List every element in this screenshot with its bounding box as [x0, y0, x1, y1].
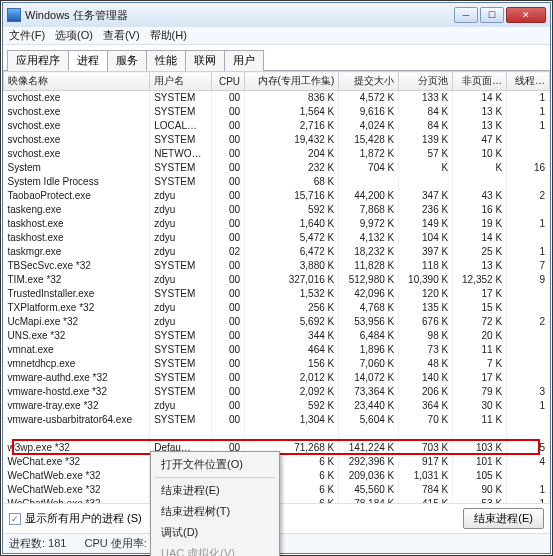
show-all-users-label: 显示所有用户的进程 (S) — [25, 511, 142, 526]
minimize-button[interactable]: ─ — [454, 7, 478, 23]
table-row[interactable]: TIM.exe *32zdyu00327,016 K512,980 K10,39… — [4, 273, 550, 287]
tab-networking[interactable]: 联网 — [185, 50, 225, 71]
table-row[interactable]: vmnat.exeSYSTEM00464 K1,896 K73 K11 K — [4, 343, 550, 357]
table-row[interactable]: svchost.exeNETWO…00204 K1,872 K57 K10 K — [4, 147, 550, 161]
column-header[interactable]: 内存(专用工作集) — [245, 72, 339, 91]
table-row[interactable] — [4, 427, 550, 441]
context-item[interactable]: 打开文件位置(O) — [151, 454, 279, 475]
tab-applications[interactable]: 应用程序 — [7, 50, 69, 71]
window-title: Windows 任务管理器 — [25, 8, 128, 23]
menu-view[interactable]: 查看(V) — [103, 28, 140, 43]
column-header[interactable]: 映像名称 — [4, 72, 150, 91]
table-row[interactable]: SystemSYSTEM00232 K704 KKK16 — [4, 161, 550, 175]
table-row[interactable]: taskeng.exezdyu00592 K7,868 K236 K16 K — [4, 203, 550, 217]
context-item[interactable]: 结束进程树(T) — [151, 501, 279, 522]
menu-options[interactable]: 选项(O) — [55, 28, 93, 43]
context-item[interactable]: 调试(D) — [151, 522, 279, 543]
table-row[interactable]: vmware-tray.exe *32zdyu00592 K23,440 K36… — [4, 399, 550, 413]
context-menu[interactable]: 打开文件位置(O)结束进程(E)结束进程树(T)调试(D)UAC 虚拟化(V)创… — [150, 451, 280, 556]
close-button[interactable]: ✕ — [506, 7, 546, 23]
table-row[interactable]: TXPlatform.exe *32zdyu00256 K4,768 K135 … — [4, 301, 550, 315]
table-row[interactable]: TBSecSvc.exe *32SYSTEM003,880 K11,828 K1… — [4, 259, 550, 273]
column-header[interactable]: 非页面… — [453, 72, 507, 91]
column-header[interactable]: 用户名 — [150, 72, 212, 91]
column-header[interactable]: CPU — [211, 72, 244, 91]
titlebar: Windows 任务管理器 ─ ☐ ✕ — [3, 3, 550, 27]
tab-performance[interactable]: 性能 — [146, 50, 186, 71]
table-row[interactable]: UcMapi.exe *32zdyu005,692 K53,956 K676 K… — [4, 315, 550, 329]
table-row[interactable]: taskhost.exezdyu005,472 K4,132 K104 K14 … — [4, 231, 550, 245]
column-header[interactable]: 分页池 — [399, 72, 453, 91]
context-item: UAC 虚拟化(V) — [151, 543, 279, 556]
table-row[interactable]: UNS.exe *32SYSTEM00344 K6,484 K98 K20 K — [4, 329, 550, 343]
app-icon — [7, 8, 21, 22]
table-row[interactable]: taskhost.exezdyu001,640 K9,972 K149 K19 … — [4, 217, 550, 231]
tab-services[interactable]: 服务 — [107, 50, 147, 71]
column-header[interactable]: 提交大小 — [339, 72, 399, 91]
menu-help[interactable]: 帮助(H) — [150, 28, 187, 43]
table-row[interactable]: svchost.exeSYSTEM0019,432 K15,428 K139 K… — [4, 133, 550, 147]
table-row[interactable]: svchost.exeSYSTEM00836 K4,572 K133 K14 K… — [4, 91, 550, 106]
menu-file[interactable]: 文件(F) — [9, 28, 45, 43]
show-all-users-checkbox[interactable]: ✓ 显示所有用户的进程 (S) — [9, 511, 142, 526]
column-header[interactable]: 线程… — [507, 72, 550, 91]
tabs: 应用程序 进程 服务 性能 联网 用户 — [3, 45, 550, 71]
table-row[interactable]: svchost.exeSYSTEM001,564 K9,616 K84 K13 … — [4, 105, 550, 119]
maximize-button[interactable]: ☐ — [480, 7, 504, 23]
tab-users[interactable]: 用户 — [224, 50, 264, 71]
table-row[interactable]: svchost.exeLOCAL…002,716 K4,024 K84 K13 … — [4, 119, 550, 133]
table-row[interactable]: taskmgr.exezdyu026,472 K18,232 K397 K25 … — [4, 245, 550, 259]
table-row[interactable]: vmware-usbarbitrator64.exeSYSTEM001,304 … — [4, 413, 550, 427]
table-row[interactable]: vmnetdhcp.exeSYSTEM00156 K7,060 K48 K7 K — [4, 357, 550, 371]
process-table[interactable]: 映像名称用户名CPU内存(专用工作集)提交大小分页池非页面…线程…svchost… — [3, 71, 550, 503]
status-procs: 进程数: 181 — [9, 536, 66, 551]
end-process-button[interactable]: 结束进程(E) — [463, 508, 544, 529]
tab-processes[interactable]: 进程 — [68, 50, 108, 71]
table-row[interactable]: System Idle ProcessSYSTEM0068 K — [4, 175, 550, 189]
context-item[interactable]: 结束进程(E) — [151, 480, 279, 501]
table-row[interactable]: vmware-hostd.exe *32SYSTEM002,092 K73,36… — [4, 385, 550, 399]
table-row[interactable]: vmware-authd.exe *32SYSTEM002,012 K14,07… — [4, 371, 550, 385]
table-row[interactable]: TrustedInstaller.exeSYSTEM001,532 K42,09… — [4, 287, 550, 301]
table-row[interactable]: TaobaoProtect.exezdyu0015,716 K44,200 K3… — [4, 189, 550, 203]
menubar: 文件(F) 选项(O) 查看(V) 帮助(H) — [3, 27, 550, 45]
